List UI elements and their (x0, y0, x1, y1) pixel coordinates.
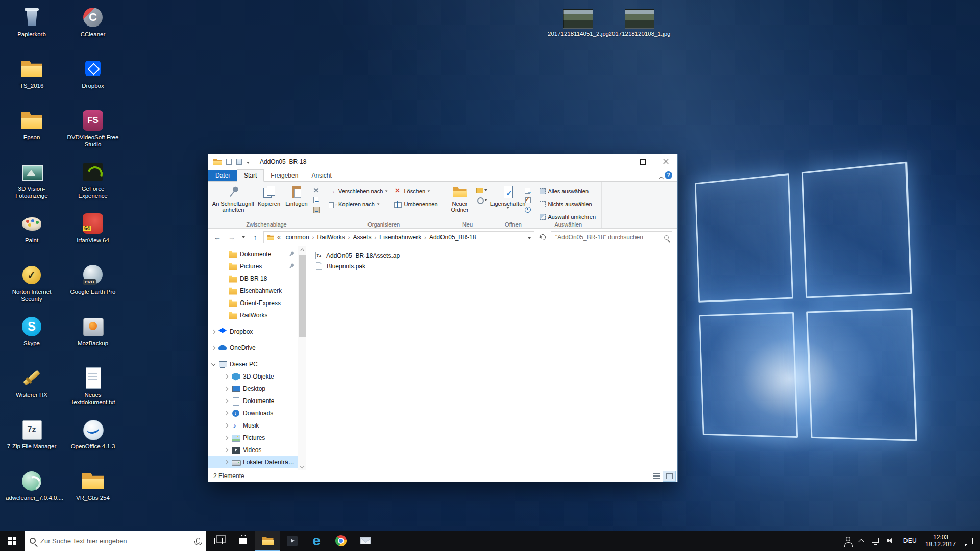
taskbar-app-media-player[interactable] (280, 531, 304, 551)
nav-item[interactable]: Dokumente (208, 248, 298, 260)
file-item-addon05-br-18assets-ap[interactable]: AddOn05_BR-18Assets.ap (313, 250, 404, 261)
desktop-icon[interactable]: Paint (5, 210, 58, 262)
desktop-icon[interactable]: OpenOffice 4.1.3 (66, 416, 119, 468)
breadcrumb-item[interactable]: RailWorks (315, 233, 347, 242)
desktop-icon[interactable]: adwcleaner_7.0.4.0.... (5, 468, 58, 519)
qat-properties-button[interactable] (226, 159, 232, 165)
refresh-button[interactable] (536, 231, 549, 243)
back-button[interactable]: ← (211, 231, 224, 243)
title-bar[interactable]: AddOn05_BR-18 (208, 154, 677, 169)
desktop-icon[interactable]: TS_2016 (5, 56, 58, 107)
scroll-up-arrow[interactable] (298, 246, 306, 254)
microphone-icon[interactable] (196, 538, 200, 544)
desktop-photo-file[interactable]: 20171218114051_2.jpg (550, 9, 606, 37)
desktop-icon[interactable]: VR_Gbs 254 (66, 468, 119, 519)
nav-item[interactable]: Downloads (208, 407, 298, 419)
select-all-button[interactable]: Alles auswählen (537, 186, 600, 197)
volume-button[interactable] (883, 531, 899, 551)
desktop-icon[interactable]: IrfanView 64 (66, 210, 119, 262)
breadcrumb-item[interactable]: common (284, 233, 311, 242)
breadcrumb-separator-icon[interactable]: › (423, 234, 427, 240)
taskbar-app-chrome[interactable] (329, 531, 353, 551)
help-button[interactable] (665, 171, 672, 179)
nav-item[interactable]: Musik (208, 419, 298, 432)
desktop-photo-file[interactable]: 20171218120108_1.jpg (611, 9, 668, 37)
expander-icon[interactable] (224, 411, 228, 415)
nav-item[interactable]: RailWorks (208, 309, 298, 321)
breadcrumb-item[interactable]: AddOn05_BR-18 (427, 233, 478, 242)
expander-icon[interactable] (211, 362, 215, 366)
taskbar-app-edge[interactable] (304, 531, 329, 551)
nav-item[interactable]: 3D-Objekte (208, 370, 298, 383)
tab-file[interactable]: Datei (208, 170, 237, 181)
nav-item[interactable]: Orient-Express (208, 297, 298, 309)
tab-share[interactable]: Freigeben (264, 170, 305, 181)
taskbar-app-task-view[interactable] (206, 531, 231, 551)
people-button[interactable] (842, 531, 854, 551)
paste-button[interactable]: Einfügen (283, 183, 310, 208)
taskbar-app-mail[interactable] (353, 531, 378, 551)
explorer-search-input[interactable] (555, 234, 664, 241)
nav-item[interactable]: Desktop (208, 383, 298, 395)
expander-icon[interactable] (224, 423, 228, 428)
nav-item[interactable]: Dropbox (208, 325, 298, 338)
breadcrumb-item[interactable]: Assets (351, 233, 374, 242)
copy-to-button[interactable]: Kopieren nach (326, 198, 391, 210)
desktop-icon[interactable]: Neues Textdokument.txt (66, 365, 119, 416)
clock[interactable]: 12:03 18.12.2017 (921, 534, 961, 548)
expander-icon[interactable] (224, 436, 228, 440)
address-bar[interactable]: « common › RailWorks › (263, 231, 534, 243)
nav-item[interactable]: Videos (208, 444, 298, 456)
breadcrumb-overflow[interactable]: « (276, 234, 282, 241)
explorer-search-box[interactable] (551, 231, 672, 243)
show-hidden-icons-button[interactable] (854, 531, 868, 551)
desktop-icon[interactable]: Norton Internet Security (5, 262, 58, 313)
nav-scrollbar[interactable] (298, 246, 306, 470)
scrollbar-thumb[interactable] (299, 255, 306, 337)
move-to-button[interactable]: Verschieben nach (326, 186, 391, 197)
large-icons-view-button[interactable] (663, 471, 675, 481)
maximize-button[interactable] (631, 154, 654, 169)
history-button[interactable] (523, 205, 532, 214)
expander-icon[interactable] (211, 330, 215, 334)
qat-new-folder-button[interactable] (236, 159, 242, 165)
desktop-icon[interactable]: DVDVideoSoft Free Studio (66, 107, 119, 159)
desktop-icon[interactable]: 3D Vision-Fotoanzeige (5, 159, 58, 210)
rename-button[interactable]: Umbenennen (391, 198, 441, 210)
desktop-icon[interactable]: Dropbox (66, 56, 119, 107)
desktop-icon[interactable]: Epson (5, 107, 58, 159)
nav-item[interactable]: Dieser PC (208, 358, 298, 370)
minimize-button[interactable] (608, 154, 631, 169)
scroll-down-arrow[interactable] (298, 462, 306, 470)
new-item-button[interactable] (475, 186, 488, 194)
nav-item[interactable]: DB BR 18 (208, 272, 298, 285)
nav-item[interactable]: Pictures (208, 260, 298, 272)
paste-shortcut-button[interactable] (312, 205, 321, 214)
recent-locations-button[interactable] (240, 231, 247, 243)
language-indicator[interactable]: DEU (899, 531, 921, 551)
cut-button[interactable] (312, 186, 321, 194)
expander-icon[interactable] (224, 374, 228, 379)
invert-selection-button[interactable]: Auswahl umkehren (537, 211, 600, 222)
close-button[interactable] (654, 154, 677, 169)
taskbar-search-input[interactable] (40, 537, 191, 545)
expander-icon[interactable] (224, 460, 228, 464)
desktop-icon[interactable]: 7-Zip File Manager (5, 416, 58, 468)
nav-item[interactable]: Eisenbahnwerk (208, 285, 298, 297)
breadcrumb-separator-icon[interactable]: › (347, 234, 351, 240)
desktop-icon[interactable]: GeForce Experience (66, 159, 119, 210)
network-button[interactable] (868, 531, 883, 551)
new-folder-button[interactable]: Neuer Ordner (446, 183, 474, 214)
desktop-icon[interactable]: Papierkorb (5, 4, 58, 56)
desktop-icon[interactable]: Wisterer HX (5, 365, 58, 416)
properties-button[interactable]: Eigenschaften (494, 183, 522, 210)
details-view-button[interactable] (651, 471, 663, 481)
open-button[interactable] (523, 186, 532, 194)
up-button[interactable]: ↑ (249, 231, 261, 243)
breadcrumb-item[interactable]: Eisenbahnwerk (377, 233, 423, 242)
taskbar-search-box[interactable] (24, 531, 206, 551)
desktop-icon[interactable]: Google Earth Pro (66, 262, 119, 313)
nav-item[interactable]: Pictures (208, 432, 298, 444)
breadcrumb-separator-icon[interactable]: › (374, 234, 378, 240)
desktop-icon[interactable]: MozBackup (66, 313, 119, 365)
